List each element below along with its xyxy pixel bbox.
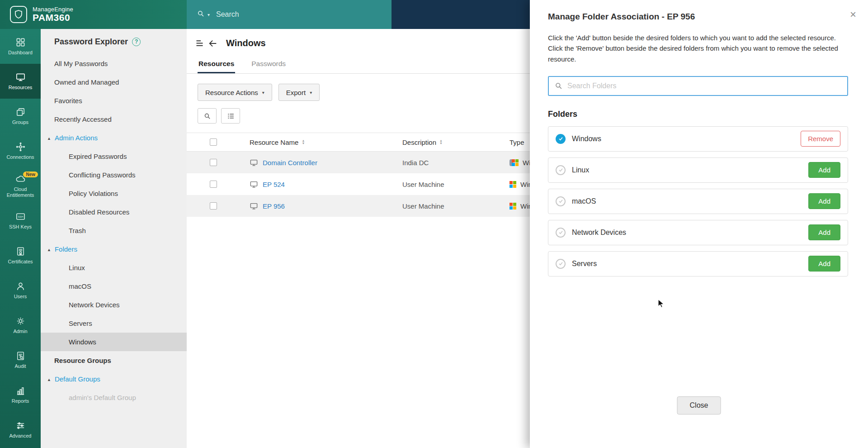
sidebar-item-servers[interactable]: Servers bbox=[41, 314, 187, 333]
collapse-menu-icon[interactable] bbox=[195, 38, 204, 48]
column-header-resource-name[interactable]: Resource Name ▲▼ bbox=[250, 138, 305, 146]
sidebar-item-trash[interactable]: Trash bbox=[41, 221, 187, 240]
folder-search-input[interactable] bbox=[567, 82, 842, 90]
windows-icon bbox=[509, 181, 516, 188]
manage-folder-association-modal: × Manage Folder Association - EP 956 Cli… bbox=[530, 0, 868, 448]
search-icon bbox=[197, 10, 205, 19]
search-scope-caret-icon[interactable]: ▾ bbox=[208, 12, 210, 17]
rail-item-groups[interactable]: Groups bbox=[0, 99, 41, 133]
windows-icon bbox=[509, 203, 516, 210]
sidebar-section-folders[interactable]: ▲Folders bbox=[41, 240, 187, 258]
folder-name: Linux bbox=[572, 166, 589, 174]
monitor-icon bbox=[250, 158, 258, 167]
sort-icon[interactable]: ▲▼ bbox=[439, 139, 443, 145]
row-checkbox[interactable] bbox=[210, 181, 217, 188]
resource-description: User Machine bbox=[402, 181, 509, 188]
nav-rail: Dashboard Resources Groups Connections N… bbox=[0, 29, 41, 448]
export-button[interactable]: Export ▾ bbox=[278, 84, 320, 101]
global-search-input[interactable] bbox=[216, 10, 352, 19]
row-checkbox[interactable] bbox=[210, 159, 217, 166]
users-icon bbox=[15, 281, 26, 291]
sidebar-item-policy-violations[interactable]: Policy Violations bbox=[41, 184, 187, 203]
rail-item-admin[interactable]: Admin bbox=[0, 308, 41, 343]
sidebar-item-favorites[interactable]: Favorites bbox=[41, 91, 187, 110]
unassociated-check-icon bbox=[556, 165, 566, 175]
rail-item-advanced[interactable]: Advanced bbox=[0, 412, 41, 447]
row-checkbox[interactable] bbox=[210, 202, 217, 210]
sidebar-item-disabled-resources[interactable]: Disabled Resources bbox=[41, 203, 187, 221]
pam360-shield-icon bbox=[10, 6, 27, 23]
sidebar-item-conflicting-passwords[interactable]: Conflicting Passwords bbox=[41, 166, 187, 184]
folders-section-title: Folders bbox=[548, 110, 848, 119]
sidebar-item-windows[interactable]: Windows bbox=[41, 333, 187, 351]
sidebar-item-expired-passwords[interactable]: Expired Passwords bbox=[41, 147, 187, 166]
dashboard-icon bbox=[15, 37, 26, 48]
gear-icon bbox=[15, 316, 26, 326]
rail-label: Admin bbox=[13, 329, 27, 334]
select-all-checkbox[interactable] bbox=[210, 138, 217, 146]
chevron-down-icon: ▾ bbox=[262, 90, 264, 95]
resource-description: User Machine bbox=[402, 202, 509, 210]
folder-list: Windows Remove Linux Add macOS Add Netwo… bbox=[548, 126, 848, 276]
add-button[interactable]: Add bbox=[808, 256, 840, 272]
resource-link[interactable]: Domain Controller bbox=[263, 159, 317, 167]
folder-search-box bbox=[548, 76, 848, 96]
sidebar-item-macos[interactable]: macOS bbox=[41, 277, 187, 295]
sidebar-item-network-devices[interactable]: Network Devices bbox=[41, 295, 187, 314]
rail-item-certificates[interactable]: Certificates bbox=[0, 238, 41, 273]
sidebar-item-recently-accessed[interactable]: Recently Accessed bbox=[41, 110, 187, 129]
rail-item-cloud-entitlements[interactable]: New Cloud Entitlements bbox=[0, 168, 41, 203]
folder-row-servers: Servers Add bbox=[548, 251, 848, 276]
table-search-button[interactable] bbox=[198, 108, 217, 124]
remove-button[interactable]: Remove bbox=[801, 131, 840, 147]
brand-line2: PAM360 bbox=[33, 13, 73, 23]
rail-item-audit[interactable]: Audit bbox=[0, 343, 41, 377]
sidebar-item-all-my-passwords[interactable]: All My Passwords bbox=[41, 54, 187, 73]
rail-label: Cloud Entitlements bbox=[1, 186, 39, 198]
tab-passwords[interactable]: Passwords bbox=[250, 55, 287, 73]
add-button[interactable]: Add bbox=[808, 224, 840, 240]
sidebar-section-default-groups[interactable]: ▲Default Groups bbox=[41, 370, 187, 388]
rail-label: Advanced bbox=[9, 433, 32, 439]
unassociated-check-icon bbox=[556, 228, 566, 238]
sidebar-item-admins-default-group[interactable]: admin's Default Group bbox=[41, 388, 187, 407]
sidebar-item-resource-groups[interactable]: Resource Groups bbox=[41, 351, 187, 370]
add-button[interactable]: Add bbox=[808, 162, 840, 178]
page-title: Windows bbox=[226, 38, 266, 48]
sidebar-item-linux[interactable]: Linux bbox=[41, 258, 187, 277]
certificates-icon bbox=[15, 246, 26, 257]
close-icon[interactable]: × bbox=[850, 9, 856, 20]
monitor-icon bbox=[250, 180, 258, 189]
rail-item-ssh-keys[interactable]: SSH SSH Keys bbox=[0, 203, 41, 238]
sidebar-section-admin-actions[interactable]: ▲Admin Actions bbox=[41, 129, 187, 147]
back-arrow-icon[interactable] bbox=[208, 38, 218, 48]
resource-link[interactable]: EP 524 bbox=[263, 181, 285, 188]
brand-line1: ManageEngine bbox=[33, 6, 73, 13]
add-button[interactable]: Add bbox=[808, 193, 840, 209]
tab-resources[interactable]: Resources bbox=[198, 55, 235, 73]
unassociated-check-icon bbox=[556, 259, 566, 269]
rail-label: Reports bbox=[12, 398, 29, 404]
sidebar-item-owned-and-managed[interactable]: Owned and Managed bbox=[41, 73, 187, 91]
resource-link[interactable]: EP 956 bbox=[263, 202, 285, 210]
rail-item-reports[interactable]: Reports bbox=[0, 377, 41, 412]
help-circle-icon[interactable]: ? bbox=[132, 38, 141, 46]
reports-icon bbox=[15, 386, 26, 396]
close-button[interactable]: Close bbox=[677, 396, 721, 415]
modal-title: Manage Folder Association - EP 956 bbox=[548, 12, 848, 22]
list-view-button[interactable] bbox=[221, 108, 240, 124]
folder-name: Windows bbox=[572, 135, 601, 143]
rail-item-connections[interactable]: Connections bbox=[0, 133, 41, 168]
rail-item-users[interactable]: Users bbox=[0, 273, 41, 308]
search-icon bbox=[554, 81, 563, 90]
sort-icon[interactable]: ▲▼ bbox=[302, 139, 305, 145]
column-header-description[interactable]: Description ▲▼ bbox=[402, 138, 509, 146]
rail-item-dashboard[interactable]: Dashboard bbox=[0, 29, 41, 64]
sidebar-title: Password Explorer bbox=[54, 37, 128, 47]
rail-item-resources[interactable]: Resources bbox=[0, 64, 41, 99]
new-badge: New bbox=[23, 172, 38, 177]
global-search-bar: ▾ bbox=[187, 0, 392, 29]
resource-actions-button[interactable]: Resource Actions ▾ bbox=[198, 84, 272, 101]
folder-name: Servers bbox=[572, 260, 597, 268]
expand-triangle-icon: ▲ bbox=[47, 129, 51, 148]
